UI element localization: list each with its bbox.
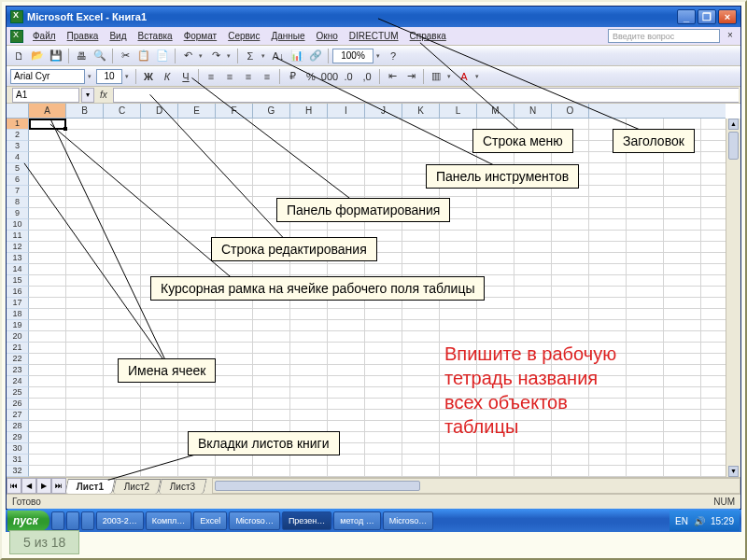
start-button[interactable]: пуск bbox=[7, 511, 49, 531]
row-header-13[interactable]: 13 bbox=[7, 253, 29, 264]
row-header-24[interactable]: 24 bbox=[7, 376, 29, 387]
help-icon[interactable]: ? bbox=[385, 48, 402, 64]
preview-icon[interactable]: 🔍 bbox=[92, 48, 108, 64]
row-header-4[interactable]: 4 bbox=[7, 152, 29, 163]
row-header-14[interactable]: 14 bbox=[7, 264, 29, 275]
row-header-18[interactable]: 18 bbox=[7, 309, 29, 320]
menu-view[interactable]: Вид bbox=[104, 29, 132, 43]
redo-icon[interactable]: ↷ bbox=[207, 48, 224, 64]
dec-dec-button[interactable]: ,0 bbox=[359, 68, 375, 85]
menu-format[interactable]: Формат bbox=[178, 29, 223, 43]
col-header-N[interactable]: N bbox=[514, 104, 552, 118]
quick-launch-2[interactable] bbox=[66, 511, 79, 530]
font-size-input[interactable]: 10 bbox=[96, 69, 122, 84]
task-item[interactable]: 2003-2… bbox=[96, 511, 144, 530]
row-header-20[interactable]: 20 bbox=[7, 331, 29, 343]
font-color-drop[interactable]: ▾ bbox=[474, 73, 482, 80]
tab-nav-first[interactable]: ⏮ bbox=[7, 478, 21, 494]
system-tray[interactable]: EN 🔊 15:29 bbox=[669, 511, 740, 531]
row-header-21[interactable]: 21 bbox=[7, 343, 29, 354]
merge-button[interactable]: ≡ bbox=[259, 68, 275, 85]
print-icon[interactable]: 🖶 bbox=[73, 48, 90, 64]
border-button[interactable]: ▥ bbox=[428, 68, 444, 85]
row-header-5[interactable]: 5 bbox=[7, 163, 29, 175]
sheet-tab-2[interactable]: Лист2 bbox=[112, 479, 162, 494]
autosum-drop[interactable]: ▾ bbox=[261, 52, 268, 60]
menu-tools[interactable]: Сервис bbox=[222, 29, 265, 43]
menu-help[interactable]: Справка bbox=[404, 29, 452, 43]
active-cell-cursor[interactable] bbox=[29, 119, 66, 130]
row-header-12[interactable]: 12 bbox=[7, 242, 29, 253]
align-right-button[interactable]: ≡ bbox=[240, 68, 257, 85]
font-size-drop[interactable]: ▾ bbox=[124, 73, 132, 80]
menu-window[interactable]: Окно bbox=[311, 29, 344, 43]
col-header-C[interactable]: C bbox=[104, 104, 141, 118]
copy-icon[interactable]: 📋 bbox=[135, 48, 152, 64]
bold-button[interactable]: Ж bbox=[140, 68, 157, 85]
row-header-28[interactable]: 28 bbox=[7, 421, 29, 432]
column-headers[interactable]: ABCDEFGHIJKLMNO bbox=[29, 104, 726, 119]
menu-insert[interactable]: Вставка bbox=[132, 29, 177, 43]
row-header-17[interactable]: 17 bbox=[7, 298, 29, 309]
quick-launch-3[interactable] bbox=[81, 511, 94, 530]
sort-icon[interactable]: A↓ bbox=[270, 48, 287, 64]
row-header-15[interactable]: 15 bbox=[7, 275, 29, 287]
menu-data[interactable]: Данные bbox=[265, 29, 310, 43]
zoom-input[interactable]: 100% bbox=[332, 49, 374, 63]
select-all-corner[interactable] bbox=[7, 104, 29, 119]
col-header-O[interactable]: O bbox=[552, 104, 589, 118]
col-header-G[interactable]: G bbox=[253, 104, 290, 118]
border-drop[interactable]: ▾ bbox=[446, 73, 454, 80]
col-header-I[interactable]: I bbox=[328, 104, 365, 118]
tray-icon[interactable]: 🔊 bbox=[694, 516, 705, 526]
vscroll-thumb[interactable] bbox=[728, 132, 739, 160]
row-header-2[interactable]: 2 bbox=[7, 130, 29, 141]
row-header-7[interactable]: 7 bbox=[7, 186, 29, 197]
scroll-down-icon[interactable]: ▼ bbox=[728, 466, 739, 477]
sheet-tab-3[interactable]: Лист3 bbox=[159, 479, 208, 494]
undo-icon[interactable]: ↶ bbox=[179, 48, 196, 64]
row-header-11[interactable]: 11 bbox=[7, 231, 29, 242]
help-search-input[interactable]: Введите вопрос bbox=[608, 29, 720, 43]
font-color-button[interactable]: A bbox=[456, 68, 472, 85]
task-item[interactable]: метод … bbox=[333, 511, 380, 530]
italic-button[interactable]: К bbox=[159, 68, 176, 85]
row-header-8[interactable]: 8 bbox=[7, 197, 29, 208]
row-header-31[interactable]: 31 bbox=[7, 455, 29, 466]
task-item-active[interactable]: Презен… bbox=[282, 511, 331, 530]
tab-nav-prev[interactable]: ◀ bbox=[21, 478, 36, 494]
task-item[interactable]: Компл… bbox=[146, 511, 192, 530]
row-header-1[interactable]: 1 bbox=[7, 119, 29, 130]
horizontal-scrollbar[interactable] bbox=[212, 478, 740, 494]
save-icon[interactable]: 💾 bbox=[48, 48, 64, 64]
row-header-9[interactable]: 9 bbox=[7, 208, 29, 219]
redo-drop[interactable]: ▾ bbox=[226, 52, 233, 60]
cut-icon[interactable]: ✂ bbox=[117, 48, 134, 64]
col-header-K[interactable]: K bbox=[402, 104, 440, 118]
restore-button[interactable]: ❐ bbox=[698, 9, 716, 24]
minimize-button[interactable]: _ bbox=[677, 9, 696, 24]
row-header-22[interactable]: 22 bbox=[7, 354, 29, 365]
col-header-A[interactable]: A bbox=[29, 104, 66, 118]
row-headers[interactable]: 1234567891011121314151617181920212223242… bbox=[7, 119, 29, 477]
sheet-tab-1[interactable]: Лист1 bbox=[64, 479, 116, 494]
align-center-button[interactable]: ≡ bbox=[221, 68, 238, 85]
indent-button[interactable]: ⇥ bbox=[402, 68, 419, 85]
tab-nav-next[interactable]: ▶ bbox=[36, 478, 51, 494]
outdent-button[interactable]: ⇤ bbox=[384, 68, 401, 85]
task-item[interactable]: Microso… bbox=[229, 511, 280, 530]
col-header-B[interactable]: B bbox=[66, 104, 104, 118]
col-header-D[interactable]: D bbox=[141, 104, 178, 118]
menu-directum[interactable]: DIRECTUM bbox=[344, 29, 404, 43]
name-box[interactable]: A1 bbox=[12, 88, 79, 103]
col-header-J[interactable]: J bbox=[365, 104, 402, 118]
col-header-L[interactable]: L bbox=[440, 104, 477, 118]
menu-edit[interactable]: Правка bbox=[62, 29, 105, 43]
align-left-button[interactable]: ≡ bbox=[203, 68, 219, 85]
menu-file[interactable]: Файл bbox=[27, 29, 62, 43]
hscroll-thumb[interactable] bbox=[215, 481, 420, 491]
hyperlink-icon[interactable]: 🔗 bbox=[307, 48, 324, 64]
tab-nav-last[interactable]: ⏭ bbox=[51, 478, 66, 494]
row-header-10[interactable]: 10 bbox=[7, 219, 29, 231]
row-header-3[interactable]: 3 bbox=[7, 141, 29, 152]
